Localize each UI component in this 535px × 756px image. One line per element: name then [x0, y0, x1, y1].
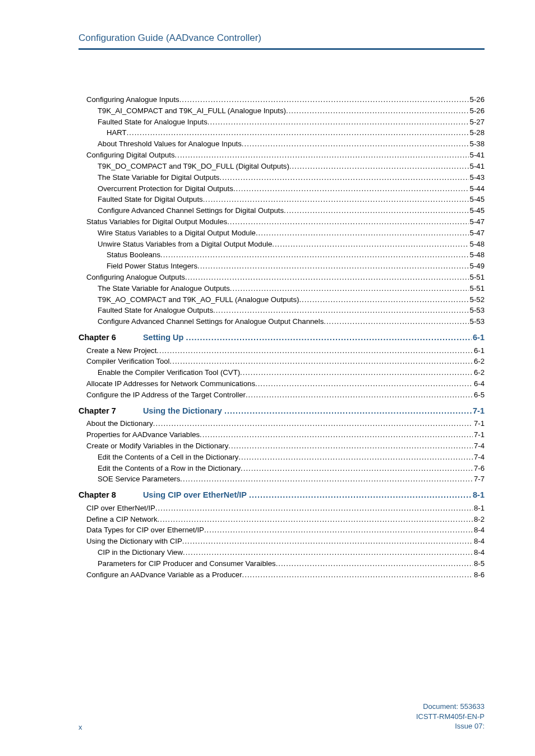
toc-entry-label: The State Variable for Analogue Outputs: [98, 284, 230, 294]
toc-entry-page: 5-47: [469, 228, 485, 238]
toc-dot-leader: [241, 463, 473, 474]
toc-entry-page: 5-26: [469, 106, 485, 116]
toc-dot-leader: [204, 525, 473, 535]
toc-entry-row: Edit the Contents of a Row in the Dictio…: [79, 463, 485, 474]
toc-entry-page: 8-2: [473, 514, 485, 525]
toc-entry-page: 5-48: [469, 239, 485, 249]
toc-dot-leader: [242, 570, 473, 580]
toc-entry-row: Configure an AADvance Variable as a Prod…: [79, 570, 485, 580]
toc-entry-label: Configure the IP Address of the Target C…: [86, 390, 246, 400]
toc-dot-leader: [242, 139, 469, 149]
toc-entry-page: 7-7: [473, 474, 485, 484]
toc-entry-label: Unwire Status Variables from a Digital O…: [98, 239, 272, 249]
toc-entry-page: 8-6: [473, 570, 485, 580]
toc-entry-label: Configuring Digital Outputs: [86, 150, 175, 160]
toc-entry-label: The State Variable for Digital Outputs: [98, 173, 219, 183]
header-row: Configuration Guide (AADvance Controller…: [79, 33, 485, 44]
toc-dot-leader: [246, 390, 473, 400]
toc-dot-leader: [289, 161, 469, 171]
header-rule: [79, 48, 485, 50]
toc-entry-label: Wire Status Variables to a Digital Outpu…: [98, 228, 256, 238]
toc-entry-page: 5-45: [469, 206, 485, 216]
toc-entry-label: Enable the Compiler Verification Tool (C…: [98, 368, 240, 378]
toc-dot-leader: [160, 250, 469, 260]
toc-entry-label: HART: [107, 128, 127, 138]
page: Configuration Guide (AADvance Controller…: [0, 0, 535, 756]
toc-dot-leader: [324, 317, 468, 327]
toc-entry-row: About Threshold Values for Analogue Inpu…: [79, 139, 485, 149]
toc-entry-row: The State Variable for Analogue Outputs …: [79, 284, 485, 294]
toc-dot-leader: [197, 261, 469, 271]
toc-entry-row: Faulted State for Digital Outputs 5-45: [79, 194, 485, 205]
toc-dot-leader: [255, 379, 473, 389]
footer-page-number: x: [79, 723, 82, 731]
toc-entry-label: Configuring Analogue Outputs: [86, 272, 185, 282]
toc-list: Configuring Analogue Inputs 5-26T9K_AI_C…: [79, 95, 485, 579]
toc-entry-page: 5-28: [469, 128, 485, 138]
toc-entry-label: Faulted State for Analogue Outputs: [98, 305, 213, 316]
toc-entry-row: Overcurrent Protection for Digital Outpu…: [79, 184, 485, 194]
toc-entry-label: Configure Advanced Channel Settings for …: [98, 317, 324, 327]
toc-dot-leader: [230, 284, 469, 294]
toc-entry-page: 5-45: [469, 194, 485, 205]
toc-entry-label: About Threshold Values for Analogue Inpu…: [98, 139, 242, 149]
toc-chapter-page: 8-1: [472, 490, 485, 501]
toc-chapter-title: Using CIP over EtherNet/IP: [143, 490, 249, 501]
toc-entry-row: SOE Service Parameters 7-7: [79, 474, 485, 484]
toc-entry-page: 5-51: [469, 284, 485, 294]
toc-entry-row: Wire Status Variables to a Digital Outpu…: [79, 228, 485, 238]
toc-entry-page: 5-27: [469, 117, 485, 127]
toc-entry-page: 5-52: [469, 295, 485, 305]
toc-entry-row: Properties for AADvance Variables 7-1: [79, 430, 485, 440]
toc-chapter-label: Chapter 8: [79, 490, 143, 501]
toc-dot-leader: [179, 95, 469, 105]
toc-entry-label: T9K_DO_COMPACT and T9K_DO_FULL (Digital …: [98, 161, 289, 171]
toc-entry-row: Using the Dictionary with CIP 8-4: [79, 536, 485, 546]
toc-entry-label: Properties for AADvance Variables: [86, 430, 200, 440]
toc-dot-leader: [182, 536, 473, 546]
toc-entry-row: Allocate IP Addresses for Network Commun…: [79, 379, 485, 389]
toc-entry-label: Status Booleans: [107, 250, 160, 260]
toc-dot-leader: [299, 295, 468, 305]
toc-dot-leader: [203, 194, 469, 205]
toc-entry-label: Overcurrent Protection for Digital Outpu…: [98, 184, 233, 194]
toc-dot-leader: [186, 332, 472, 344]
toc-dot-leader: [185, 272, 469, 282]
toc-entry-page: 6-1: [473, 346, 485, 356]
toc-entry-label: Compiler Verification Tool: [86, 356, 170, 367]
toc-entry-label: About the Dictionary: [86, 419, 153, 429]
toc-dot-leader: [256, 228, 469, 238]
toc-entry-label: CIP over EtherNet/IP: [86, 503, 155, 513]
toc-entry-page: 6-2: [473, 356, 485, 367]
toc-dot-leader: [233, 184, 469, 194]
toc-entry-row: Field Power Status Integers 5-49: [79, 261, 485, 271]
footer: x Document: 553633 ICSTT-RM405f-EN-P Iss…: [79, 702, 485, 731]
toc-entry-row: Faulted State for Analogue Outputs 5-53: [79, 305, 485, 316]
toc-dot-leader: [219, 173, 468, 183]
toc-entry-row: Create a New Project 6-1: [79, 346, 485, 356]
toc-entry-page: 5-41: [469, 161, 485, 171]
toc-entry-row: HART 5-28: [79, 128, 485, 138]
toc-dot-leader: [240, 368, 473, 378]
toc-entry-row: Configure the IP Address of the Target C…: [79, 390, 485, 400]
toc-entry-row: Configuring Analogue Outputs 5-51: [79, 272, 485, 282]
toc-entry-row: Define a CIP Network 8-2: [79, 514, 485, 525]
toc-dot-leader: [249, 490, 472, 501]
header-title: Configuration Guide (AADvance Controller…: [79, 33, 261, 44]
toc-entry-page: 5-47: [469, 217, 485, 227]
toc-entry-row: Create or Modify Variables in the Dictio…: [79, 441, 485, 451]
toc-entry-label: Configure Advanced Channel Settings for …: [98, 206, 284, 216]
toc-dot-leader: [170, 356, 473, 367]
toc-entry-page: 5-43: [469, 173, 485, 183]
toc-chapter-row: Chapter 8Using CIP over EtherNet/IP 8-1: [79, 490, 485, 501]
toc-chapter-row: Chapter 7Using the Dictionary 7-1: [79, 406, 485, 417]
toc-chapter-page: 6-1: [472, 332, 485, 344]
toc-entry-label: Create or Modify Variables in the Dictio…: [86, 441, 228, 451]
toc-entry-label: Allocate IP Addresses for Network Commun…: [86, 379, 255, 389]
toc-entry-page: 5-48: [469, 250, 485, 260]
toc-entry-label: Configure an AADvance Variable as a Prod…: [86, 570, 242, 580]
toc-entry-page: 6-2: [473, 368, 485, 378]
toc-dot-leader: [183, 548, 473, 558]
toc-entry-page: 5-44: [469, 184, 485, 194]
toc-dot-leader: [180, 474, 473, 484]
